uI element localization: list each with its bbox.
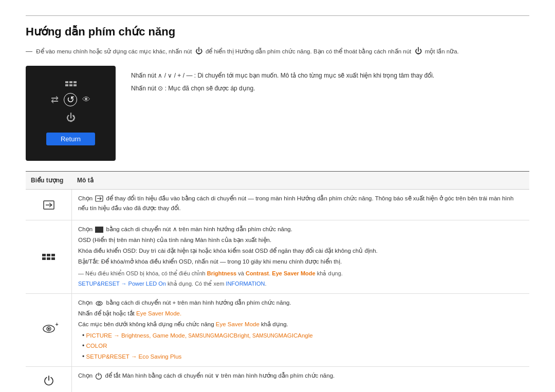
input-icon-cell [26, 190, 72, 220]
input-icon: ⇄ [51, 94, 59, 105]
color-item: COLOR [86, 343, 107, 349]
instruction-line-2: Nhấn nút ⊙ : Mục đã chọn sẽ được áp dụng… [131, 84, 529, 94]
grid-row-desc: Chọn bằng cách di chuyển nút ∧ trên màn … [72, 220, 529, 293]
power-icon-cell [26, 367, 72, 392]
table-row: Chọn bằng cách di chuyển nút ∧ trên màn … [26, 220, 529, 294]
power-row-desc: Chọn để tắt Màn hình bằng cách di chuyển… [72, 367, 529, 392]
table-header: Biểu tượng Mô tả [26, 172, 529, 190]
return-button[interactable]: Return [46, 133, 95, 145]
page-title: Hướng dẫn phím chức năng [26, 25, 529, 39]
table-row: + Chọn bằng cách di chuyển nút + trên mà… [26, 294, 529, 367]
svg-point-6 [98, 302, 100, 304]
table-row: Chọn để tắt Màn hình bằng cách di chuyển… [26, 367, 529, 392]
content-section: ⇄ ↺ 👁 ⏻ Return Nhấn nút ∧ / ∨ / + / — : … [26, 66, 529, 161]
svg-point-4 [48, 328, 50, 330]
grid-icon-cell [26, 220, 72, 293]
monitor-display: ⇄ ↺ 👁 ⏻ Return [26, 66, 116, 161]
table-row: Chọn để thay đổi tín hiệu đầu vào bằng c… [26, 190, 529, 220]
instruction-line-1: Nhấn nút ∧ / ∨ / + / — : Di chuyển tới m… [131, 71, 529, 81]
input-row-desc: Chọn để thay đổi tín hiệu đầu vào bằng c… [72, 190, 529, 220]
eye-icon-cell: + [26, 294, 72, 366]
col-header-icon: Biểu tượng [26, 175, 72, 186]
eye-row-desc: Chọn bằng cách di chuyển nút + trên màn … [72, 294, 529, 366]
col-header-desc: Mô tả [72, 175, 529, 186]
settings-icon: ↺ [64, 93, 77, 106]
instructions-panel: Nhấn nút ∧ / ∨ / + / — : Di chuyển tới m… [131, 66, 529, 161]
eye-icon-monitor: 👁 [82, 95, 90, 104]
power-icon-monitor: ⏻ [66, 113, 76, 123]
intro-text: ― Để vào menu chính hoặc sử dụng các mục… [26, 46, 529, 57]
feature-table: Biểu tượng Mô tả Chọn để thay đổi tín hi… [26, 171, 529, 392]
